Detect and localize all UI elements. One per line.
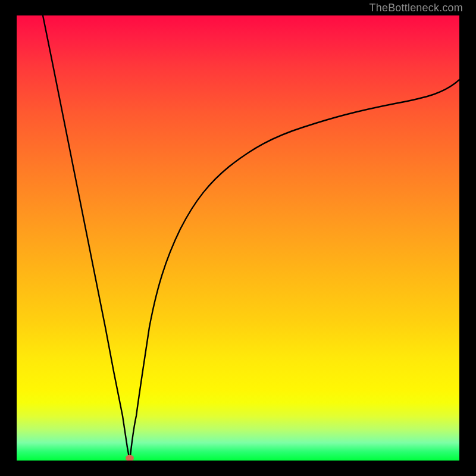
optimal-point-marker (126, 455, 134, 461)
bottleneck-curve-right (130, 80, 459, 461)
chart-frame: TheBottleneck.com (0, 0, 476, 476)
curve-layer (17, 15, 459, 461)
bottleneck-curve-left (43, 15, 130, 461)
watermark-text: TheBottleneck.com (369, 2, 463, 14)
plot-area (17, 15, 459, 461)
